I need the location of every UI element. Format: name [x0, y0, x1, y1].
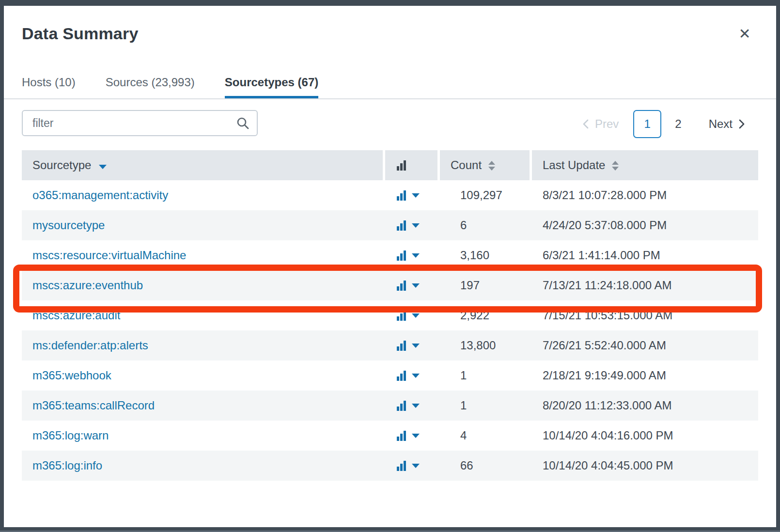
table-body: o365:management:activity 109,297 8/3/21 …	[22, 180, 758, 481]
tab-bar: Hosts (10) Sources (23,993) Sourcetypes …	[22, 69, 318, 99]
sourcetype-link[interactable]: m365:teams:callRecord	[32, 399, 155, 412]
count-cell: 1	[440, 360, 530, 391]
filter-input[interactable]	[22, 110, 258, 136]
sourcetype-link[interactable]: mysourcetype	[32, 219, 105, 232]
sort-toggle-icon	[612, 161, 619, 171]
chart-dropdown-button[interactable]	[385, 451, 437, 481]
chevron-left-icon	[582, 118, 589, 130]
count-cell: 3,160	[440, 240, 530, 270]
chart-dropdown-button[interactable]	[385, 330, 437, 360]
table-row: mscs:azure:audit 2,922 7/15/21 10:53:15.…	[22, 300, 758, 330]
sourcetype-link[interactable]: o365:management:activity	[32, 188, 168, 202]
bar-chart-icon	[397, 190, 407, 201]
count-cell: 1	[440, 391, 530, 421]
bar-chart-icon	[397, 431, 407, 441]
column-header-chart	[385, 150, 437, 180]
sourcetype-link[interactable]: mscs:resource:virtualMachine	[32, 249, 186, 262]
prev-page-button[interactable]: Prev	[582, 117, 619, 131]
column-header-count[interactable]: Count	[440, 150, 530, 180]
last-update-cell: 6/3/21 1:41:14.000 PM	[532, 240, 758, 270]
pagination: Prev 1 2 Next	[582, 110, 745, 138]
chevron-down-icon	[412, 223, 420, 228]
column-label: Count	[451, 158, 482, 172]
sourcetype-cell: m365:log:warn	[22, 421, 383, 451]
bar-chart-icon	[397, 341, 407, 351]
filter-field-wrap	[22, 110, 258, 136]
last-update-cell: 8/3/21 10:07:28.000 PM	[532, 180, 758, 210]
chart-dropdown-button[interactable]	[385, 391, 437, 421]
count-cell: 6	[440, 210, 530, 240]
bar-chart-icon	[397, 461, 407, 471]
chevron-down-icon	[412, 344, 420, 348]
chevron-down-icon	[412, 434, 420, 438]
sourcetype-cell: mscs:azure:audit	[22, 300, 383, 330]
close-button[interactable]: ✕	[734, 23, 755, 44]
tabs-divider	[4, 98, 776, 99]
table-row: mysourcetype 6 4/24/20 5:37:08.000 PM	[22, 210, 758, 240]
sourcetype-cell: mscs:resource:virtualMachine	[22, 240, 383, 270]
chart-dropdown-button[interactable]	[385, 421, 437, 451]
chevron-down-icon	[412, 283, 420, 288]
next-label: Next	[709, 117, 733, 131]
count-cell: 197	[440, 270, 530, 300]
tab-sources[interactable]: Sources (23,993)	[106, 69, 195, 99]
sourcetype-link[interactable]: ms:defender:atp:alerts	[32, 339, 148, 352]
column-header-last-update[interactable]: Last Update	[532, 150, 758, 180]
sourcetype-cell: m365:teams:callRecord	[22, 391, 383, 421]
data-summary-modal: Data Summary ✕ Hosts (10) Sources (23,99…	[4, 6, 776, 527]
last-update-cell: 7/15/21 10:53:15.000 AM	[532, 300, 758, 330]
tab-label: Hosts (10)	[22, 76, 76, 89]
chart-dropdown-button[interactable]	[385, 360, 437, 391]
table-row: o365:management:activity 109,297 8/3/21 …	[22, 180, 758, 210]
count-cell: 4	[440, 421, 530, 451]
last-update-cell: 2/18/21 9:19:49.000 AM	[532, 360, 758, 391]
chevron-down-icon	[412, 193, 420, 198]
chevron-down-icon	[412, 374, 420, 378]
sourcetype-link[interactable]: m365:log:warn	[32, 429, 109, 442]
sourcetype-link[interactable]: m365:log:info	[32, 459, 102, 472]
sourcetype-cell: m365:webhook	[22, 360, 383, 391]
table-row: m365:log:warn 4 10/14/20 4:04:16.000 PM	[22, 421, 758, 451]
table-header: Sourcetype Count Last Update	[22, 150, 758, 180]
column-label: Sourcetype	[32, 158, 91, 172]
last-update-cell: 8/20/20 11:12:33.000 AM	[532, 391, 758, 421]
chevron-down-icon	[412, 464, 420, 468]
sourcetype-cell: mysourcetype	[22, 210, 383, 240]
bar-chart-icon	[397, 250, 407, 261]
chart-dropdown-button[interactable]	[385, 300, 437, 330]
tab-sourcetypes[interactable]: Sourcetypes (67)	[225, 69, 318, 99]
bar-chart-icon	[397, 281, 407, 291]
next-page-button[interactable]: Next	[709, 117, 745, 131]
last-update-cell: 4/24/20 5:37:08.000 PM	[532, 210, 758, 240]
page-button-1[interactable]: 1	[633, 110, 661, 138]
tab-label: Sourcetypes (67)	[225, 76, 318, 89]
column-label: Last Update	[543, 158, 605, 172]
count-cell: 109,297	[440, 180, 530, 210]
chart-dropdown-button[interactable]	[385, 210, 437, 240]
count-cell: 2,922	[440, 300, 530, 330]
column-header-sourcetype[interactable]: Sourcetype	[22, 150, 383, 180]
table-row: m365:webhook 1 2/18/21 9:19:49.000 AM	[22, 360, 758, 391]
bar-chart-icon	[397, 160, 407, 171]
bar-chart-icon	[397, 401, 407, 411]
tab-hosts[interactable]: Hosts (10)	[22, 69, 76, 99]
last-update-cell: 10/14/20 4:04:45.000 PM	[532, 451, 758, 481]
page-title: Data Summary	[22, 24, 139, 43]
table-row: ms:defender:atp:alerts 13,800 7/26/21 5:…	[22, 330, 758, 360]
sort-toggle-icon	[488, 161, 495, 171]
sourcetype-link[interactable]: mscs:azure:eventhub	[32, 279, 143, 292]
sourcetype-link[interactable]: mscs:azure:audit	[32, 309, 120, 322]
prev-label: Prev	[595, 117, 619, 131]
chevron-down-icon	[412, 313, 420, 318]
chart-dropdown-button[interactable]	[385, 180, 437, 210]
tab-label: Sources (23,993)	[106, 76, 195, 89]
table-row: m365:log:info 66 10/14/20 4:04:45.000 PM	[22, 451, 758, 481]
close-icon: ✕	[738, 25, 750, 42]
chart-dropdown-button[interactable]	[385, 270, 437, 300]
chevron-down-icon	[412, 404, 420, 408]
page-button-2[interactable]: 2	[675, 117, 681, 131]
bar-chart-icon	[397, 220, 407, 231]
last-update-cell: 7/26/21 5:52:40.000 AM	[532, 330, 758, 360]
sourcetype-link[interactable]: m365:webhook	[32, 369, 111, 382]
chart-dropdown-button[interactable]	[385, 240, 437, 270]
